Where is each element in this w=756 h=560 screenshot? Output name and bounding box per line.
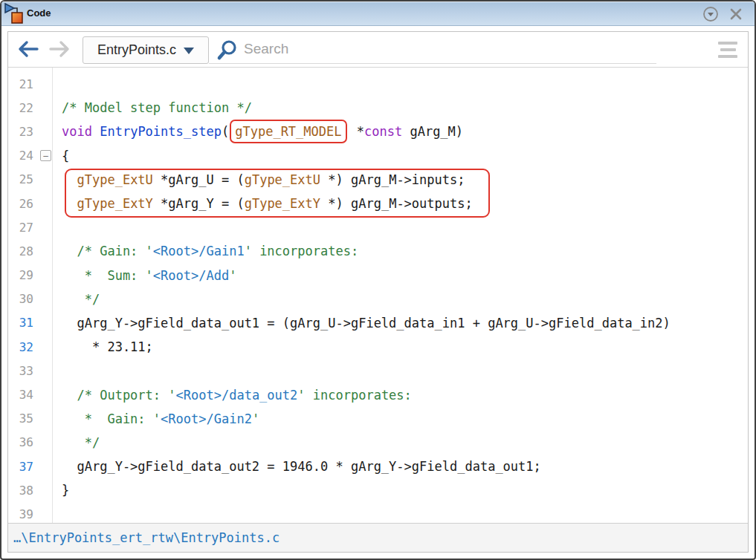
code-line: 36 */: [8, 431, 748, 455]
code-text: /* Gain: '<Root>/Gain1' incorporates:: [52, 244, 358, 258]
code-text: * Gain: '<Root>/Gain2': [52, 411, 259, 426]
line-number: 35: [8, 411, 52, 426]
code-line: 23void EntryPoints_step(gType_RT_MODEL *…: [8, 120, 748, 143]
code-segment: [92, 124, 100, 139]
code-segment: * 23.11;: [62, 339, 153, 354]
hamburger-icon[interactable]: [717, 39, 739, 61]
code-segment: gArg_Y->gField_data_out1 = (gArg_U->gFie…: [62, 316, 671, 331]
magnifier-icon: [216, 39, 239, 65]
code-line: 31 gArg_Y->gField_data_out1 = (gArg_U->g…: [8, 311, 748, 335]
file-selector-label: EntryPoints.c: [97, 42, 176, 58]
code-segment: const: [364, 124, 402, 139]
code-segment: *gArg_U = (: [153, 172, 245, 187]
code-segment: gArg_Y->gField_data_out2 = 1946.0 * gArg…: [62, 459, 541, 474]
code-segment: gType_ExtU: [77, 172, 152, 187]
line-number: 33: [8, 364, 52, 378]
code-segment: ' incorporates:: [297, 388, 412, 403]
code-text: gArg_Y->gField_data_out2 = 1946.0 * gArg…: [52, 459, 541, 474]
code-line: 26 gType_ExtY *gArg_Y = (gType_ExtY *) g…: [8, 192, 748, 215]
model-element-link[interactable]: <Root>/data_out2: [176, 388, 298, 403]
code-segment: * Sum: ': [62, 268, 153, 283]
file-path-link[interactable]: …\EntryPoints_ert_rtw\EntryPoints.c: [13, 530, 280, 545]
search-input[interactable]: [242, 38, 555, 60]
line-number: 34: [8, 388, 52, 402]
code-line: 32 * 23.11;: [8, 335, 748, 359]
code-text: gType_ExtU *gArg_U = (gType_ExtU *) gArg…: [52, 172, 465, 187]
line-number: 22: [8, 101, 52, 115]
close-icon[interactable]: [728, 6, 744, 22]
line-number: 29: [8, 268, 52, 282]
code-text: */: [52, 292, 100, 307]
code-segment: ' incorporates:: [245, 244, 359, 258]
title-bar: Code: [1, 1, 755, 26]
code-segment: *gArg_Y = (: [153, 196, 245, 211]
code-segment: gType_ExtY: [77, 196, 152, 211]
code-segment: {: [62, 149, 69, 163]
line-number: 38: [8, 484, 52, 498]
status-bar: …\EntryPoints_ert_rtw\EntryPoints.c: [8, 523, 748, 552]
code-line: 34 /* Outport: '<Root>/data_out2' incorp…: [8, 382, 748, 406]
simulink-code-icon: [3, 1, 25, 28]
code-line: 22/* Model step function */: [8, 96, 748, 120]
model-element-link[interactable]: <Root>/Gain1: [153, 244, 245, 258]
code-segment: [62, 196, 77, 211]
code-segment: ': [229, 268, 236, 283]
code-line: 39: [8, 502, 748, 523]
code-segment: /* Outport: ': [62, 388, 176, 403]
code-text: gArg_Y->gField_data_out1 = (gArg_U->gFie…: [52, 316, 671, 331]
code-segment: (: [222, 124, 229, 139]
content-panel: EntryPoints.c 2122/* Model step function…: [7, 31, 749, 553]
code-segment: gArg_M): [402, 124, 463, 139]
line-number: 30: [8, 292, 52, 306]
code-text: /* Model step function */: [52, 100, 252, 115]
code-segment: EntryPoints_step: [100, 124, 222, 139]
line-number: 21: [8, 77, 52, 91]
code-segment: void: [62, 124, 92, 139]
line-number: 36: [8, 435, 52, 449]
chevron-down-icon: [184, 48, 194, 54]
code-segment: * Gain: ': [62, 411, 161, 426]
window-title: Code: [27, 7, 51, 19]
code-segment: }: [62, 483, 69, 498]
code-text: }: [52, 483, 69, 498]
line-number: 25: [8, 172, 52, 186]
code-line: 25 gType_ExtU *gArg_U = (gType_ExtU *) g…: [8, 168, 748, 192]
code-segment: */: [62, 435, 100, 450]
circle-chevron-down-icon[interactable]: [702, 6, 719, 22]
file-selector-dropdown[interactable]: EntryPoints.c: [83, 36, 209, 64]
line-number: 39: [8, 507, 52, 521]
line-number: 26: [8, 197, 52, 211]
code-lines: 2122/* Model step function */23void Entr…: [8, 72, 748, 523]
code-line: 30 */: [8, 287, 748, 311]
code-segment: */: [62, 292, 100, 307]
code-line: 28 /* Gain: '<Root>/Gain1' incorporates:: [8, 239, 748, 263]
code-segment: *) gArg_M->outputs;: [320, 196, 473, 211]
code-line: 38}: [8, 478, 748, 502]
model-element-link[interactable]: <Root>/Add: [153, 268, 229, 283]
code-segment: /* Gain: ': [62, 244, 153, 258]
code-segment: [62, 172, 77, 187]
code-text: {: [52, 149, 69, 163]
line-number: 28: [8, 244, 52, 258]
highlight-box-type: gType_RT_MODEL: [230, 120, 346, 143]
code-line: 21: [8, 72, 748, 96]
code-line: 37 gArg_Y->gField_data_out2 = 1946.0 * g…: [8, 455, 748, 478]
code-editor: 2122/* Model step function */23void Entr…: [8, 68, 748, 523]
collapse-toggle-icon[interactable]: –: [40, 150, 51, 161]
arrow-left-icon[interactable]: [17, 39, 39, 59]
arrow-right-icon[interactable]: [48, 39, 71, 59]
code-segment: gType_ExtY: [245, 196, 320, 211]
code-line: 33: [8, 359, 748, 382]
code-line: 35 * Gain: '<Root>/Gain2': [8, 407, 748, 431]
code-text: gType_ExtY *gArg_Y = (gType_ExtY *) gArg…: [52, 196, 473, 211]
code-text: void EntryPoints_step(gType_RT_MODEL *co…: [52, 124, 463, 139]
code-line: 29 * Sum: '<Root>/Add': [8, 264, 748, 287]
code-text: * 23.11;: [52, 339, 153, 354]
code-text: */: [52, 435, 100, 450]
toolbar: EntryPoints.c: [8, 32, 748, 68]
search-underline: [209, 63, 656, 64]
line-number: 23: [8, 125, 52, 139]
line-number: 37: [8, 460, 52, 474]
code-text: * Sum: '<Root>/Add': [52, 268, 236, 283]
model-element-link[interactable]: <Root>/Gain2: [161, 411, 252, 426]
